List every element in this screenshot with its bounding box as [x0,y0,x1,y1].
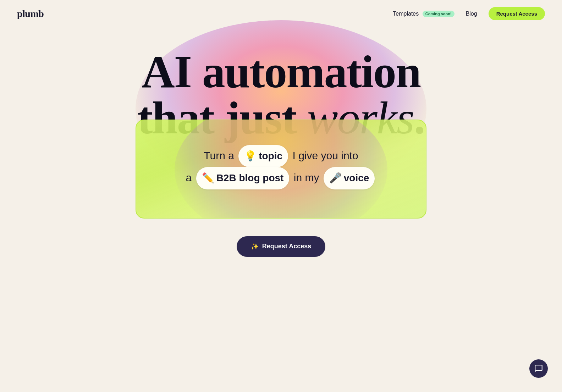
blog-link[interactable]: Blog [466,11,477,17]
demo-card: Turn a 💡 topic I give you into a ✏️ B2B … [136,120,426,219]
demo-text: Turn a 💡 topic I give you into a ✏️ B2B … [158,145,404,189]
voice-emoji: 🎤 [329,169,342,187]
coming-soon-badge: Coming soon! [423,11,454,17]
voice-pill[interactable]: 🎤 voice [324,167,375,189]
demo-prefix: Turn a [204,150,234,161]
logo[interactable]: plumb [17,8,44,20]
hero-section: AI automation that just works. Turn a 💡 … [0,27,562,219]
cta-section: ✨ Request Access [0,236,562,257]
headline-line1: AI automation [137,49,424,95]
cta-label: Request Access [262,243,311,250]
demo-article-prefix: a [186,172,192,183]
nav-links: Templates Coming soon! Blog Request Acce… [393,7,545,20]
in-my-text: in my [294,172,319,183]
topic-emoji: 💡 [244,147,257,165]
cta-emoji: ✨ [251,243,259,250]
article-label: B2B blog post [216,169,284,187]
cta-request-access-button[interactable]: ✨ Request Access [237,236,325,257]
topic-pill[interactable]: 💡 topic [238,145,288,167]
article-pill[interactable]: ✏️ B2B blog post [196,167,290,189]
voice-label: voice [344,169,369,187]
demo-middle: I give you into [293,150,358,161]
chat-bubble-button[interactable] [529,359,548,378]
topic-label: topic [259,147,282,165]
article-emoji: ✏️ [202,169,214,187]
navbar: plumb Templates Coming soon! Blog Reques… [0,0,562,27]
templates-link[interactable]: Templates Coming soon! [393,11,454,17]
request-access-nav-button[interactable]: Request Access [489,7,545,20]
chat-icon [534,364,543,373]
